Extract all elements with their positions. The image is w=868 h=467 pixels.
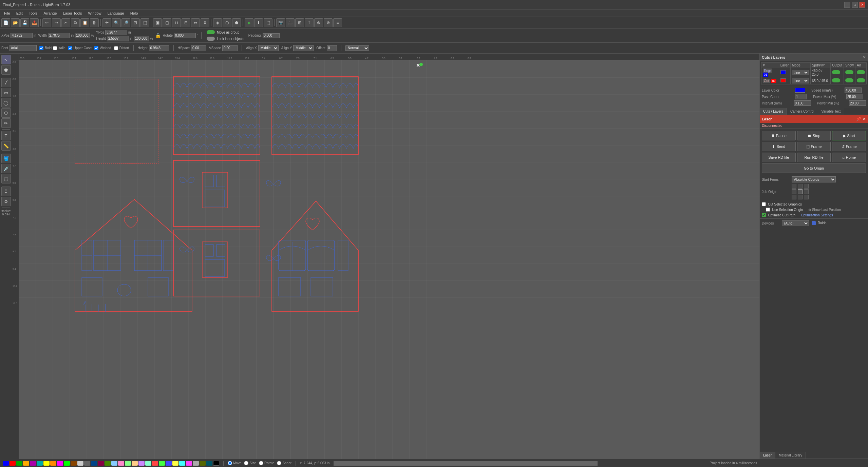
tag-30[interactable] bbox=[200, 461, 206, 466]
optimization-settings-link[interactable]: Optimization Settings bbox=[801, 213, 833, 217]
bold-checkbox[interactable] bbox=[39, 46, 43, 50]
lock-icon[interactable]: 🔒 bbox=[155, 33, 161, 38]
tag-20[interactable] bbox=[132, 461, 138, 466]
group-button[interactable]: ▣ bbox=[153, 18, 162, 27]
tag-10[interactable] bbox=[64, 461, 70, 466]
fill-tool[interactable]: 🪣 bbox=[1, 154, 11, 163]
frame1-button[interactable]: ⬚ Frame bbox=[797, 142, 831, 151]
trace-button[interactable]: ◈ bbox=[213, 18, 222, 27]
interval-input[interactable] bbox=[794, 100, 811, 106]
copy-button[interactable]: ⧉ bbox=[71, 18, 80, 27]
zoom-fit-button[interactable]: ⊡ bbox=[131, 18, 140, 27]
tag-29[interactable] bbox=[193, 461, 199, 466]
maximize-button[interactable]: □ bbox=[852, 2, 858, 8]
tag-27[interactable] bbox=[179, 461, 185, 466]
open-button[interactable]: 📂 bbox=[11, 18, 20, 27]
origin-bc[interactable] bbox=[798, 195, 803, 199]
laser-pin-icon[interactable]: 📌 bbox=[856, 117, 861, 121]
eyedropper-tool[interactable]: 💉 bbox=[1, 164, 11, 173]
zoom-select-button[interactable]: ⬚ bbox=[140, 18, 149, 27]
canvas[interactable]: ✕ bbox=[19, 60, 759, 459]
layer-air-01[interactable] bbox=[855, 68, 866, 77]
tag-24[interactable] bbox=[159, 461, 165, 466]
tag-13[interactable] bbox=[84, 461, 90, 466]
frame2-button[interactable]: ↺ Frame bbox=[832, 142, 866, 151]
edit-nodes-tool[interactable]: ⬟ bbox=[1, 65, 11, 75]
tag-09[interactable] bbox=[57, 461, 63, 466]
ungroup-button[interactable]: ▢ bbox=[163, 18, 171, 27]
menu-file[interactable]: File bbox=[1, 11, 13, 16]
tag-26[interactable] bbox=[172, 461, 178, 466]
rotate-radio[interactable] bbox=[259, 461, 263, 465]
draw-line-tool[interactable]: ╱ bbox=[1, 78, 11, 87]
xpos-input[interactable] bbox=[11, 33, 33, 38]
mirror-h[interactable]: ⇔ bbox=[191, 18, 200, 27]
tag-21[interactable] bbox=[138, 461, 145, 466]
custom2[interactable]: ⊗ bbox=[324, 18, 333, 27]
origin-tc[interactable] bbox=[798, 184, 803, 189]
tag-23[interactable] bbox=[152, 461, 158, 466]
paste-button[interactable]: 📋 bbox=[80, 18, 89, 27]
tag-19[interactable] bbox=[125, 461, 131, 466]
origin-tl[interactable] bbox=[792, 184, 796, 189]
tag-32[interactable] bbox=[213, 461, 219, 466]
origin-bl[interactable] bbox=[792, 195, 796, 199]
offset-input[interactable] bbox=[327, 45, 337, 51]
move-as-group-toggle[interactable] bbox=[207, 30, 215, 34]
speed-input[interactable] bbox=[845, 87, 862, 93]
tag-02[interactable] bbox=[10, 461, 16, 466]
laser-send[interactable]: ⬆ bbox=[254, 18, 263, 27]
tag-15[interactable] bbox=[98, 461, 104, 466]
tag-18[interactable] bbox=[118, 461, 124, 466]
laser-run[interactable]: ▶ bbox=[245, 18, 253, 27]
text-tool[interactable]: T bbox=[1, 131, 11, 140]
draw-path-tool[interactable]: ✏ bbox=[1, 118, 11, 128]
run-rd-button[interactable]: Run RD file bbox=[797, 153, 831, 162]
tag-12[interactable] bbox=[77, 461, 83, 466]
tab-variable-text[interactable]: Variable Text bbox=[818, 108, 845, 115]
zoom-out-button[interactable]: 🔎 bbox=[121, 18, 130, 27]
normal-select[interactable]: NormalVertical bbox=[345, 45, 369, 51]
layer-air-02[interactable] bbox=[855, 77, 866, 84]
draw-polygon-tool[interactable]: ⬡ bbox=[1, 108, 11, 118]
font-name-input[interactable] bbox=[10, 45, 37, 51]
ypos-input[interactable] bbox=[105, 30, 127, 35]
vspace-input[interactable] bbox=[222, 45, 238, 51]
menu-window[interactable]: Window bbox=[86, 11, 104, 16]
tag-07[interactable] bbox=[43, 461, 50, 466]
measure-tool[interactable]: 📏 bbox=[1, 141, 11, 151]
pause-button[interactable]: ⏸ Pause bbox=[762, 131, 796, 140]
export-button[interactable]: 📤 bbox=[30, 18, 39, 27]
select-tool[interactable]: ↖ bbox=[1, 55, 11, 64]
tag-08[interactable] bbox=[50, 461, 56, 466]
settings-tool[interactable]: ⚙ bbox=[1, 197, 11, 206]
tag-11[interactable] bbox=[71, 461, 77, 466]
layer-mode-select-02[interactable]: LineFill bbox=[792, 78, 809, 83]
size-radio[interactable] bbox=[244, 461, 248, 465]
stop-button[interactable]: ⏹ Stop bbox=[797, 131, 831, 140]
go-to-origin-button[interactable]: Go to Origin bbox=[762, 163, 866, 173]
delete-button[interactable]: 🗑 bbox=[90, 18, 99, 27]
align-x-select[interactable]: MiddleLeftRight bbox=[258, 45, 279, 51]
tag-05[interactable] bbox=[30, 461, 36, 466]
node-edit[interactable]: ⬟ bbox=[232, 18, 241, 27]
layer-show-01[interactable] bbox=[844, 68, 855, 77]
send-button[interactable]: ⬆ Send bbox=[762, 142, 796, 151]
tag-01[interactable] bbox=[3, 461, 9, 466]
lock-inner-toggle[interactable] bbox=[207, 37, 215, 41]
menu-arrange[interactable]: Arrange bbox=[41, 11, 59, 16]
distort-checkbox[interactable] bbox=[114, 46, 118, 50]
scale-h-input[interactable] bbox=[134, 36, 149, 41]
close-button[interactable]: ✕ bbox=[859, 2, 865, 8]
menu-language[interactable]: Language bbox=[105, 11, 127, 16]
custom1[interactable]: ⊕ bbox=[314, 18, 323, 27]
move-radio[interactable] bbox=[228, 461, 232, 465]
tag-31[interactable] bbox=[206, 461, 212, 466]
move-button[interactable]: ✛ bbox=[102, 18, 111, 27]
origin-br[interactable] bbox=[804, 195, 809, 199]
upper-case-checkbox[interactable] bbox=[68, 46, 72, 50]
laser-frame[interactable]: ⬚ bbox=[264, 18, 272, 27]
use-selection-checkbox[interactable] bbox=[766, 208, 770, 212]
tag-16[interactable] bbox=[105, 461, 111, 466]
start-from-select[interactable]: Absolute CoordsUser OriginCurrent Positi… bbox=[792, 176, 836, 182]
